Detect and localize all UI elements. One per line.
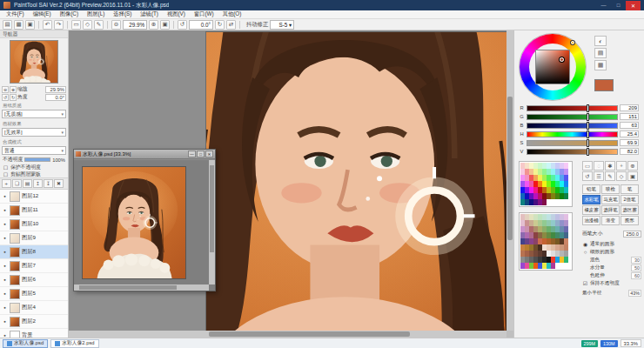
nav-zoom-out-button[interactable]: ⊖ [2,86,9,93]
layer-tool-button[interactable]: ↧ [44,179,53,188]
min-radius-value[interactable]: 43% [628,290,641,297]
layer-row[interactable]: ● 图层6 [0,273,68,287]
utility-tool-icon[interactable]: ✎ [605,171,615,181]
brush-tool-button[interactable]: 油漆桶 [582,216,600,225]
slider-value[interactable]: 69.9 [620,139,639,146]
brush-option-row[interactable]: 混色 30 [582,256,641,264]
slider-value[interactable]: 63 [620,122,639,129]
option-control-icon[interactable]: ◉ [582,241,588,247]
brush-option-row[interactable]: ○ 细致的圆形 [582,248,641,256]
option-control-icon[interactable]: ○ [582,250,588,255]
color-swatch[interactable] [564,163,568,169]
layer-row[interactable]: ● 背景 [0,329,68,338]
layer-visibility-icon[interactable]: ● [2,194,8,198]
color-wheel[interactable] [520,34,586,100]
color-panel-mode-icon[interactable]: ▦ [594,60,607,70]
utility-tool-icon[interactable]: ☰ [594,171,604,181]
slider-track[interactable] [527,149,618,155]
floating-vertical-scrollbar[interactable] [209,160,215,284]
layer-tool-button[interactable]: ✖ [54,179,64,188]
menu-item[interactable]: 图层(L) [83,10,109,18]
selection-tool-icon[interactable]: ◇ [83,20,92,30]
brush-option-row[interactable]: ◉ 通常的圆形 [582,240,641,248]
undo-redo-icon[interactable]: ↶ [43,20,52,30]
file-tool-icon[interactable]: ▤ [3,20,12,30]
slider-knob[interactable] [587,122,589,130]
selection-tool-icon[interactable]: ▭ [71,20,81,30]
menu-item[interactable]: 图像(C) [56,10,83,18]
slider-knob[interactable] [587,130,589,138]
slider-track[interactable] [527,123,618,129]
floating-horizontal-scrollbar[interactable] [74,284,209,291]
slider-knob[interactable] [587,113,589,121]
color-swatch[interactable] [564,181,568,187]
layer-row[interactable]: ● 图层9 [0,231,68,245]
menu-item[interactable]: 滤镜(T) [136,10,163,18]
layer-row[interactable]: ● 图层5 [0,287,68,301]
slider-knob[interactable] [587,139,589,147]
brush-tool-button[interactable]: 选区擦 [621,205,639,215]
nav-rotate-cw-button[interactable]: ↻ [10,94,17,101]
fit-view-button[interactable]: ▣ [160,20,170,30]
color-swatch[interactable] [542,199,547,205]
utility-tool-icon[interactable]: ◌ [594,161,604,171]
layer-tool-button[interactable]: ＋ [2,179,11,188]
document-tab[interactable]: 水彩人像.psd [3,339,48,348]
color-panel-mode-icon[interactable]: ◐ [594,36,607,46]
nav-rotate-ccw-button[interactable]: ↺ [2,94,9,101]
brush-tool-button[interactable]: 渐变 [601,216,620,225]
utility-tool-icon[interactable]: ＋ [616,161,627,171]
layer-tool-button[interactable]: ❏ [12,179,22,188]
option-value[interactable]: 60 [631,272,641,279]
brush-tool-button[interactable]: 马克笔 [601,195,620,204]
stabilizer-dropdown[interactable]: S-5 ▾ [270,20,294,30]
floating-window-button[interactable]: — [188,151,196,157]
blend-mode-dropdown[interactable]: 普通▾ [2,146,66,155]
floating-document-window[interactable]: 水彩人像.psd [33.3%] —□✕ [73,149,216,291]
layer-visibility-icon[interactable]: ● [2,291,8,296]
option-value[interactable]: 50 [631,264,641,271]
floating-window-artwork[interactable] [83,167,185,278]
main-canvas-artwork[interactable] [206,32,506,331]
option-value[interactable]: 30 [631,257,641,264]
canvas-horizontal-scrollbar[interactable] [69,331,506,338]
utility-tool-icon[interactable]: ▣ [627,171,638,181]
utility-tool-icon[interactable]: ✱ [605,161,615,171]
minimize-button[interactable]: — [596,1,611,10]
menu-item[interactable]: 窗口(W) [190,10,218,18]
nav-zoom-value[interactable]: 29.9% [45,86,66,93]
layer-visibility-icon[interactable]: ● [2,264,8,268]
layer-visibility-icon[interactable]: ● [2,305,8,310]
menu-item[interactable]: 文件(F) [2,10,29,18]
slider-track[interactable] [527,114,618,120]
opacity-slider[interactable] [24,157,50,162]
document-tab[interactable]: 水彩人像2.psd [50,339,98,348]
layer-row[interactable]: ● 图层11 [0,204,68,218]
layer-visibility-icon[interactable]: ● [2,319,8,324]
navigator-thumbnail[interactable] [10,40,58,84]
file-tool-icon[interactable]: ▦ [14,20,23,30]
zoom-in-button[interactable]: ⊕ [149,20,158,30]
slider-value[interactable]: 82.0 [620,148,639,155]
brush-option-row[interactable]: 色延伸 60 [582,271,641,279]
slider-knob[interactable] [587,104,589,112]
layer-visibility-icon[interactable]: ● [2,208,8,212]
option-control-icon[interactable]: ☑ [582,280,588,286]
angle-value-field[interactable]: 0.0° [189,20,213,30]
menu-item[interactable]: 编辑(E) [29,10,56,18]
selection-tool-icon[interactable]: ✎ [94,20,104,30]
layer-row[interactable]: ● 图层12 [0,190,68,204]
layer-visibility-icon[interactable]: ● [2,250,8,254]
brush-tool-button[interactable]: 橡皮擦 [582,205,600,215]
layer-visibility-icon[interactable]: ● [2,222,8,226]
zoom-value-field[interactable]: 29.9% [123,20,147,30]
layer-row[interactable]: ● 图层8 [0,245,68,259]
layer-row[interactable]: ● 图层2 [0,315,68,329]
color-swatch[interactable] [564,214,568,220]
flip-button[interactable]: ⇄ [226,20,236,30]
utility-tool-icon[interactable]: ↺ [582,171,593,181]
color-swatch[interactable] [564,238,568,244]
nav-zoom-in-button[interactable]: ⊕ [10,86,17,93]
menu-item[interactable]: 其他(O) [218,10,246,18]
color-swatch[interactable] [564,257,568,263]
